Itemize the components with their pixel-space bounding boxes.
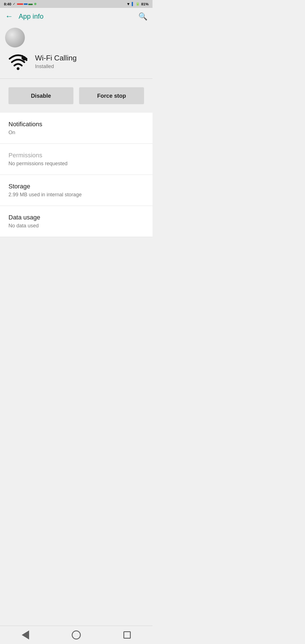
spacer: [0, 237, 152, 260]
progress-blue: [24, 3, 28, 5]
progress-green: [28, 4, 33, 5]
progress-bars: [17, 3, 33, 5]
app-name-area: Wi-Fi Calling Installed: [35, 54, 77, 69]
content-area: Notifications On Permissions No permissi…: [0, 113, 152, 237]
app-icon-container: [0, 25, 152, 47]
storage-title: Storage: [8, 183, 144, 190]
notifications-value: On: [8, 130, 144, 136]
svg-point-0: [17, 67, 19, 70]
app-header: Wi-Fi Calling Installed: [0, 47, 152, 79]
signal-icon: ▌: [132, 2, 134, 6]
app-name: Wi-Fi Calling: [35, 54, 77, 62]
progress-red: [17, 3, 23, 5]
data-usage-title: Data usage: [8, 214, 144, 221]
data-usage-section[interactable]: Data usage No data used: [0, 206, 152, 237]
page-title: App info: [19, 12, 138, 20]
dot-indicator: [34, 3, 36, 5]
status-left: 8:40 ✓: [4, 2, 36, 6]
wifi-calling-icon: [7, 50, 29, 73]
notifications-title: Notifications: [8, 121, 144, 128]
buttons-row: Disable Force stop: [0, 79, 152, 113]
back-button[interactable]: ←: [5, 12, 13, 20]
notifications-section[interactable]: Notifications On: [0, 113, 152, 144]
permissions-section[interactable]: Permissions No permissions requested: [0, 144, 152, 175]
storage-section[interactable]: Storage 2.99 MB used in internal storage: [0, 175, 152, 206]
app-bar: ← App info 🔍: [0, 8, 152, 25]
search-icon[interactable]: 🔍: [138, 12, 147, 21]
battery-icon: 🔋: [136, 2, 140, 6]
storage-value: 2.99 MB used in internal storage: [8, 192, 144, 198]
force-stop-button[interactable]: Force stop: [79, 87, 144, 104]
wifi-signal-icon: ▼: [127, 2, 130, 6]
permissions-title: Permissions: [8, 152, 144, 159]
data-usage-value: No data used: [8, 223, 144, 229]
status-right: ▼ ▌ 🔋 81%: [127, 2, 149, 6]
app-icon-ball: [5, 28, 25, 47]
app-status: Installed: [35, 64, 77, 69]
permissions-value: No permissions requested: [8, 161, 144, 167]
disable-button[interactable]: Disable: [8, 87, 73, 104]
status-bar: 8:40 ✓ ▼ ▌ 🔋 81%: [0, 0, 152, 8]
status-time: 8:40: [4, 2, 11, 6]
battery-percent: 81%: [141, 2, 149, 6]
check-icon: ✓: [13, 2, 16, 6]
